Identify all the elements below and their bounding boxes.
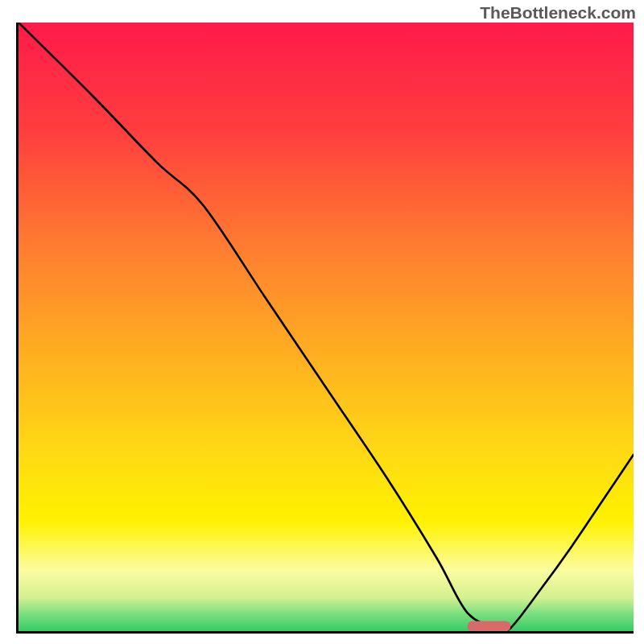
optimal-marker [468, 621, 510, 631]
chart-svg [19, 23, 634, 631]
chart-container: TheBottleneck.com [0, 0, 644, 644]
watermark-text: TheBottleneck.com [480, 3, 636, 23]
plot-area [16, 23, 634, 634]
